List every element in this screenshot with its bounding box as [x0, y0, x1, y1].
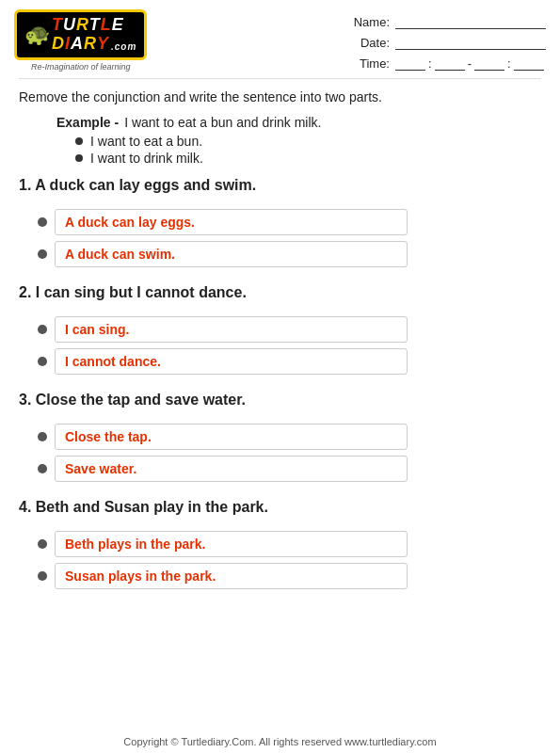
name-underline[interactable] [395, 14, 546, 29]
question-2-title: 2. I can sing but I cannot dance. [19, 284, 541, 301]
answer-dot-icon [38, 432, 47, 441]
instructions-text: Remove the conjunction and write the sen… [19, 89, 382, 104]
bullet-dot-icon [75, 137, 83, 145]
example-sentence: I want to eat a bun and drink milk. [124, 115, 321, 130]
example-part-2: I want to drink milk. [90, 151, 203, 166]
time-blank-4[interactable] [514, 56, 544, 71]
answer-box-3-2[interactable]: Save water. [55, 456, 408, 482]
time-fields: : - : [395, 56, 544, 71]
answer-item-4-1: Beth plays in the park. [38, 531, 541, 557]
instructions: Remove the conjunction and write the sen… [0, 81, 560, 112]
logo-text-top: TURTLE [52, 16, 136, 35]
name-row: Name: [347, 14, 546, 29]
time-blank-3[interactable] [474, 56, 504, 71]
date-row: Date: [347, 35, 546, 50]
questions-container: 1. A duck can lay eggs and swim.A duck c… [0, 171, 560, 601]
answer-item-2-2: I cannot dance. [38, 348, 541, 375]
answer-item-4-2: Susan plays in the park. [38, 563, 541, 589]
example-section: Example - I want to eat a bun and drink … [0, 111, 560, 171]
question-3-section: 3. Close the tap and save water. [0, 386, 560, 409]
example-line: Example - I want to eat a bun and drink … [56, 115, 541, 130]
answer-item-2-1: I can sing. [38, 316, 541, 343]
name-label: Name: [347, 15, 390, 29]
question-4-section: 4. Beth and Susan play in the park. [0, 493, 560, 516]
question-4-answers: Beth plays in the park.Susan plays in th… [0, 525, 560, 601]
footer: Copyright © Turtlediary.Com. All rights … [0, 736, 560, 747]
answer-box-3-1[interactable]: Close the tap. [55, 424, 408, 450]
bullet-dot-icon [75, 154, 83, 162]
form-fields: Name: Date: Time: : - : [347, 9, 546, 71]
example-bullet-2: I want to drink milk. [75, 151, 541, 166]
logo-text-bottom: DIARY .com [52, 35, 136, 54]
answer-item-1-1: A duck can lay eggs. [38, 209, 541, 235]
date-label: Date: [347, 36, 390, 50]
logo-tagline: Re-Imagination of learning [31, 62, 131, 72]
answer-item-1-2: A duck can swim. [38, 241, 541, 267]
logo-area: 🐢 TURTLE DIARY .com Re-Imagination of le… [14, 9, 147, 72]
footer-text: Copyright © Turtlediary.Com. All rights … [123, 736, 436, 747]
example-bullet-1: I want to eat a bun. [75, 134, 541, 149]
answer-dot-icon [38, 217, 47, 227]
answer-box-1-1[interactable]: A duck can lay eggs. [55, 209, 408, 235]
example-bullet-list: I want to eat a bun. I want to drink mil… [56, 134, 541, 166]
page-header: 🐢 TURTLE DIARY .com Re-Imagination of le… [0, 0, 560, 76]
answer-dot-icon [38, 464, 47, 473]
question-1-answers: A duck can lay eggs.A duck can swim. [0, 203, 560, 279]
answer-item-3-1: Close the tap. [38, 424, 541, 450]
question-2-answers: I can sing.I cannot dance. [0, 311, 560, 386]
answer-box-4-1[interactable]: Beth plays in the park. [55, 531, 408, 557]
example-part-1: I want to eat a bun. [90, 134, 202, 149]
answer-dot-icon [38, 249, 47, 259]
answer-dot-icon [38, 325, 47, 334]
answer-box-2-1[interactable]: I can sing. [55, 316, 408, 343]
question-4-title: 4. Beth and Susan play in the park. [19, 499, 541, 516]
logo-box: 🐢 TURTLE DIARY .com [14, 9, 147, 60]
answer-item-3-2: Save water. [38, 456, 541, 482]
turtle-icon: 🐢 [24, 23, 50, 47]
answer-box-2-2[interactable]: I cannot dance. [55, 348, 408, 375]
question-2-section: 2. I can sing but I cannot dance. [0, 279, 560, 301]
answer-dot-icon [38, 539, 47, 549]
answer-box-1-2[interactable]: A duck can swim. [55, 241, 408, 267]
question-3-answers: Close the tap.Save water. [0, 418, 560, 493]
question-3-title: 3. Close the tap and save water. [19, 392, 541, 409]
answer-dot-icon [38, 571, 47, 581]
time-blank-2[interactable] [435, 56, 465, 71]
date-underline[interactable] [395, 35, 546, 50]
time-label: Time: [347, 56, 390, 71]
answer-box-4-2[interactable]: Susan plays in the park. [55, 563, 408, 589]
time-row: Time: : - : [347, 56, 546, 71]
question-1-title: 1. A duck can lay eggs and swim. [19, 177, 541, 194]
example-label: Example - [56, 115, 119, 130]
logo-dotcom: .com [111, 41, 136, 52]
question-1-section: 1. A duck can lay eggs and swim. [0, 171, 560, 194]
time-blank-1[interactable] [395, 56, 425, 71]
header-divider [19, 78, 541, 79]
answer-dot-icon [38, 357, 47, 366]
